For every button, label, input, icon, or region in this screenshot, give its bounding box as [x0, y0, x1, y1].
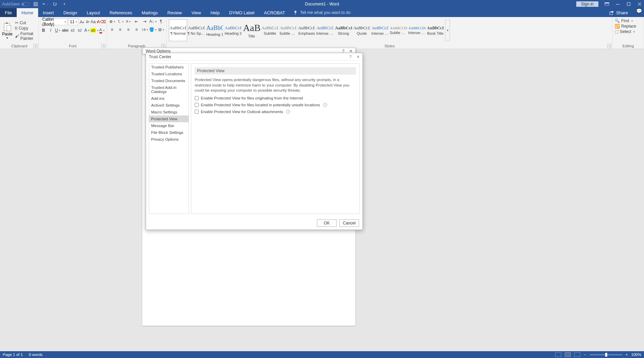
signin-button[interactable]: Sign in: [576, 1, 598, 7]
tab-references[interactable]: References: [105, 8, 137, 17]
style-intense-e-[interactable]: AaBbCcDdIntense E...: [316, 19, 334, 41]
style-subtle-em-[interactable]: AaBbCcDdSubtle Em...: [279, 19, 297, 41]
style-book-title[interactable]: AaBbCcDdBook Title: [426, 19, 445, 41]
tab-design[interactable]: Design: [59, 8, 82, 17]
dialog-help-button[interactable]: ?: [349, 55, 352, 59]
style-quote[interactable]: AaBbCcDdQuote: [353, 19, 371, 41]
line-spacing-button[interactable]: ↕≡: [142, 27, 148, 33]
style-subtle-ref-[interactable]: AABBCCDDSubtle Ref...: [389, 19, 408, 41]
inc-indent-button[interactable]: ⇥: [142, 18, 148, 25]
checkbox-internet-input[interactable]: [195, 96, 199, 100]
style-emphasis[interactable]: AaBbCcDdEmphasis: [297, 19, 316, 41]
sort-button[interactable]: A↓: [150, 18, 156, 25]
strike-button[interactable]: abc: [62, 27, 68, 33]
select-button[interactable]: ⬚Select: [615, 29, 642, 34]
style--normal[interactable]: AaBbCcDd¶ Normal: [169, 19, 187, 41]
comments-icon[interactable]: 💬: [634, 8, 644, 17]
print-layout-button[interactable]: [565, 352, 571, 357]
underline-button[interactable]: U: [55, 27, 61, 33]
trust-center-titlebar[interactable]: Trust Center ? ✕: [146, 53, 363, 61]
justify-button[interactable]: ≡: [133, 27, 140, 33]
subscript-button[interactable]: x2: [70, 27, 76, 33]
tc-nav-privacy-options[interactable]: Privacy Options: [149, 136, 189, 143]
ok-button[interactable]: OK: [317, 219, 337, 227]
tab-acrobat[interactable]: ACROBAT: [259, 8, 290, 17]
tc-nav-trusted-publishers[interactable]: Trusted Publishers: [149, 64, 189, 71]
tab-insert[interactable]: Insert: [38, 8, 59, 17]
font-size-combo[interactable]: 11: [68, 18, 78, 25]
tc-nav-message-bar[interactable]: Message Bar: [149, 122, 189, 129]
style-intense-q-[interactable]: AaBbCcDdIntense Q...: [371, 19, 389, 41]
clear-format-button[interactable]: A⌫: [98, 19, 104, 25]
checkbox-outlook[interactable]: Enable Protected View for Outlook attach…: [195, 110, 356, 114]
cut-button[interactable]: ✂Cut: [15, 20, 36, 25]
qat-customize[interactable]: ▾: [61, 1, 67, 7]
dialog-close-button[interactable]: ✕: [356, 55, 360, 59]
grow-font-button[interactable]: A▴: [79, 19, 84, 25]
style--no-spac-[interactable]: AaBbCcDd¶ No Spac...: [187, 19, 206, 41]
tab-home[interactable]: Home: [17, 8, 38, 17]
bullets-button[interactable]: ≣: [109, 18, 115, 25]
tell-me-search[interactable]: Tell me what you want to do: [293, 8, 350, 17]
clipboard-launcher[interactable]: ↘: [33, 44, 37, 48]
tc-nav-protected-view[interactable]: Protected View: [149, 115, 189, 122]
font-name-combo[interactable]: Calibri (Body): [41, 18, 67, 25]
font-color-button[interactable]: A: [99, 27, 104, 33]
info-icon[interactable]: i: [286, 110, 290, 114]
page-indicator[interactable]: Page 1 of 1: [3, 353, 23, 357]
maximize-button[interactable]: [626, 2, 631, 6]
checkbox-outlook-input[interactable]: [195, 110, 199, 114]
multilevel-button[interactable]: ≡: [125, 18, 131, 25]
minimize-button[interactable]: [615, 2, 620, 6]
tab-view[interactable]: View: [187, 8, 206, 17]
autosave-toggle[interactable]: AutoSave: [2, 2, 29, 6]
tab-dymo[interactable]: DYMO Label: [224, 8, 259, 17]
align-center-button[interactable]: ≡: [117, 27, 123, 33]
close-button[interactable]: [637, 2, 642, 6]
dec-indent-button[interactable]: ⇤: [133, 18, 140, 25]
tc-nav-trusted-add-in-catalogs[interactable]: Trusted Add-in Catalogs: [149, 84, 189, 95]
checkbox-unsafe-locations[interactable]: Enable Protected View for files located …: [195, 103, 356, 107]
align-left-button[interactable]: ≡: [109, 27, 115, 33]
tab-layout[interactable]: Layout: [82, 8, 105, 17]
zoom-in-button[interactable]: +: [626, 353, 628, 357]
tc-nav-file-block-settings[interactable]: File Block Settings: [149, 129, 189, 136]
zoom-thumb[interactable]: [605, 353, 607, 357]
shrink-font-button[interactable]: A▾: [85, 19, 90, 25]
zoom-slider[interactable]: [590, 354, 622, 355]
superscript-button[interactable]: x2: [77, 27, 82, 33]
web-layout-button[interactable]: [574, 352, 580, 357]
tab-mailings[interactable]: Mailings: [137, 8, 163, 17]
paste-button[interactable]: Paste ▾: [2, 22, 13, 40]
shading-button[interactable]: 🪣: [150, 27, 156, 33]
tc-nav-trusted-documents[interactable]: Trusted Documents: [149, 77, 189, 84]
borders-button[interactable]: ⊞: [158, 27, 164, 33]
format-painter-button[interactable]: 🖌Format Painter: [15, 31, 36, 41]
style-heading-2[interactable]: AaBbCcDHeading 2: [224, 19, 242, 41]
italic-button[interactable]: I: [48, 27, 53, 33]
highlight-button[interactable]: ab: [91, 27, 97, 33]
styles-launcher[interactable]: ↘: [607, 44, 611, 48]
tc-nav-trusted-locations[interactable]: Trusted Locations: [149, 71, 189, 77]
ribbon-display-icon[interactable]: [605, 2, 609, 6]
share-button[interactable]: Share: [609, 8, 634, 17]
tab-help[interactable]: Help: [206, 8, 224, 17]
read-mode-button[interactable]: [555, 352, 561, 357]
font-launcher[interactable]: ↘: [101, 44, 106, 48]
tc-nav-activex-settings[interactable]: ActiveX Settings: [149, 102, 189, 109]
tc-nav-macro-settings[interactable]: Macro Settings: [149, 109, 189, 115]
find-button[interactable]: 🔍Find: [615, 18, 642, 23]
copy-button[interactable]: ⎘Copy: [15, 26, 36, 31]
style-intense-re-[interactable]: AABBCCDDIntense Re...: [408, 19, 426, 41]
save-icon[interactable]: [33, 1, 39, 7]
checkbox-unsafe-input[interactable]: [195, 103, 199, 107]
change-case-button[interactable]: Aa: [91, 19, 97, 25]
style-title[interactable]: AaBTitle: [242, 19, 261, 41]
tab-review[interactable]: Review: [163, 8, 187, 17]
style-strong[interactable]: AaBbCcDdStrong: [334, 19, 353, 41]
info-icon[interactable]: i: [323, 103, 327, 107]
undo-button[interactable]: [42, 1, 48, 7]
style-heading-1[interactable]: AaBbCcHeading 1: [206, 19, 224, 41]
align-right-button[interactable]: ≡: [125, 27, 131, 33]
styles-more-button[interactable]: ▾: [445, 19, 450, 41]
